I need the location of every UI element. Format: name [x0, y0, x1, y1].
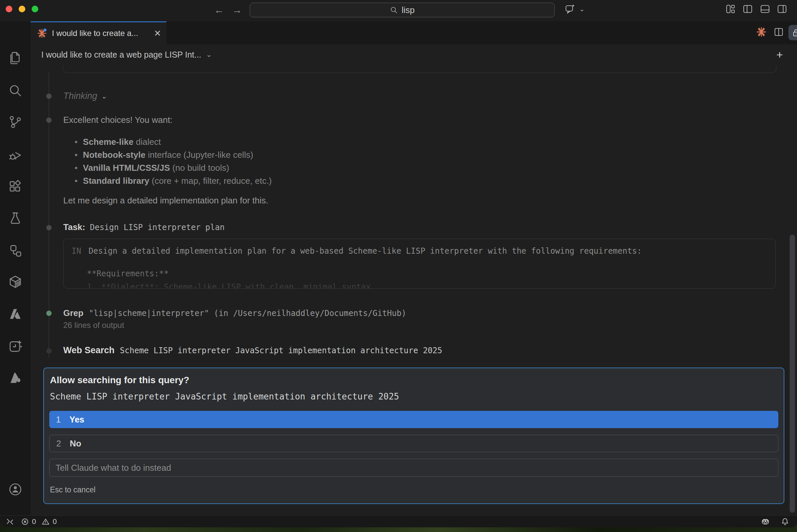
prompt-line-3: 1. **Dialect**: Scheme-like LISP with cl… — [87, 282, 371, 289]
tool-success-dot — [46, 310, 52, 316]
feedback-input[interactable] — [49, 459, 778, 477]
search-icon — [390, 6, 398, 14]
prompt-line-1: Design a detailed implementation plan fo… — [89, 246, 642, 256]
bullet-icon: • — [75, 176, 78, 186]
remote-indicator[interactable] — [5, 517, 15, 526]
grep-args: "lisp|scheme|interpreter" (in /Users/nei… — [89, 309, 406, 318]
layout-grid-icon — [725, 3, 736, 15]
bullet-icon: • — [75, 137, 78, 147]
list-item: • Notebook-style interface (Jupyter-like… — [75, 150, 253, 160]
sidebar-item-references[interactable] — [6, 241, 25, 260]
copilot-chat-dropdown[interactable]: ⌄ — [578, 3, 586, 15]
option-yes[interactable]: 1 Yes — [49, 411, 778, 428]
titlebar: ← → lisp ⌄ — [0, 0, 797, 22]
sidebar-item-azure[interactable] — [6, 305, 25, 323]
history-forward-button[interactable]: → — [230, 3, 244, 17]
bullet-rest: dialect — [133, 137, 161, 147]
traffic-light-close-button[interactable] — [6, 6, 12, 12]
vscode-window: ← → lisp ⌄ — [0, 0, 797, 527]
traffic-light-zoom-button[interactable] — [32, 6, 38, 12]
command-center-search[interactable]: lisp — [250, 3, 555, 17]
history-back-button[interactable]: ← — [212, 3, 226, 17]
customize-layout-button[interactable] — [724, 3, 736, 15]
toggle-secondary-sidebar-button[interactable] — [776, 3, 788, 15]
account-icon — [8, 482, 23, 497]
problems-indicator[interactable]: 0 0 — [21, 517, 57, 526]
sidebar-item-accounts[interactable] — [6, 480, 25, 499]
toggle-panel-button[interactable] — [759, 3, 771, 15]
step-dot — [46, 94, 52, 99]
traffic-light-minimize-button[interactable] — [19, 6, 25, 12]
grep-output-summary[interactable]: 26 lines of output — [63, 321, 124, 330]
option-label: Yes — [69, 415, 84, 425]
sidebar-item-source-control[interactable] — [6, 113, 25, 131]
task-prompt-box[interactable]: IN Design a detailed implementation plan… — [63, 239, 776, 289]
escape-hint: Esc to cancel — [50, 486, 96, 494]
notifications-button[interactable] — [780, 517, 790, 526]
session-header: I would like to create a web page LISP I… — [31, 44, 797, 65]
web-search-query: Scheme LISP interpreter JavaScript imple… — [120, 346, 442, 355]
warning-count: 0 — [53, 517, 57, 526]
task-name: Design LISP interpreter plan — [90, 223, 225, 232]
grep-tool-row[interactable]: Grep "lisp|scheme|interpreter" (in /User… — [63, 308, 406, 318]
sidebar-item-search[interactable] — [6, 81, 25, 100]
thinking-label: Thinking — [63, 91, 97, 101]
sidebar-item-explorer[interactable] — [6, 49, 25, 67]
beaker-icon — [8, 211, 23, 226]
panel-right-icon — [776, 3, 788, 15]
panel-bottom-icon — [759, 3, 771, 15]
copilot-icon — [760, 517, 771, 527]
container-box-icon — [8, 274, 23, 290]
claude-panel-button[interactable] — [755, 26, 767, 38]
option-no[interactable]: 2 No — [49, 435, 778, 452]
bullet-bold: Notebook-style — [83, 150, 146, 160]
list-item: • Scheme-like dialect — [75, 137, 161, 147]
option-label: No — [70, 438, 81, 449]
bullet-rest: interface (Jupyter-like cells) — [146, 150, 253, 160]
new-session-button[interactable]: + — [774, 49, 786, 61]
tab-claude-session[interactable]: I would like to create a... ✕ — [31, 21, 167, 44]
bullet-bold: Scheme-like — [83, 137, 133, 147]
sidebar-item-extensions[interactable] — [6, 177, 25, 196]
debug-icon — [8, 148, 23, 163]
linked-nodes-icon — [8, 243, 23, 258]
chevron-down-icon: ⌄ — [101, 92, 107, 100]
editor-lock-button[interactable] — [788, 25, 797, 40]
extensions-icon — [8, 179, 23, 194]
sidebar-item-run-debug[interactable] — [6, 146, 25, 165]
permission-dialog: Allow searching for this query? Scheme L… — [43, 367, 784, 504]
sidebar-item-testing[interactable] — [6, 209, 25, 228]
copilot-status-button[interactable] — [760, 517, 771, 527]
step-dot — [46, 117, 52, 123]
assistant-message: Excellent choices! You want: — [63, 115, 172, 125]
session-title-dropdown[interactable]: I would like to create a web page LISP I… — [41, 44, 212, 65]
prompt-line-2: **Requirements:** — [87, 269, 169, 278]
source-control-icon — [8, 114, 23, 130]
split-editor-button[interactable] — [773, 26, 785, 38]
list-item: • Vanilla HTML/CSS/JS (no build tools) — [75, 163, 229, 173]
scrollbar-thumb[interactable] — [790, 235, 795, 513]
list-item: • Standard library (core + map, filter, … — [75, 176, 272, 186]
claude-icon — [37, 28, 47, 39]
warning-icon — [41, 517, 50, 526]
previous-block-edge — [62, 65, 776, 73]
thinking-toggle[interactable]: Thinking ⌄ — [63, 91, 107, 101]
copilot-chat-button[interactable] — [564, 3, 576, 15]
assistant-message: Let me design a detailed implementation … — [63, 195, 268, 206]
task-label: Task: — [63, 222, 85, 232]
files-icon — [8, 50, 23, 65]
sidebar-item-containers[interactable] — [6, 273, 25, 291]
task-row: Task: Design LISP interpreter plan — [63, 222, 225, 232]
remote-icon — [5, 517, 15, 526]
session-title: I would like to create a web page LISP I… — [41, 50, 201, 60]
step-dot — [46, 225, 52, 230]
sidebar-item-remote-sparkle[interactable] — [6, 337, 25, 356]
sidebar-item-ai-tool[interactable] — [6, 368, 25, 387]
sparkle-panel-icon — [8, 339, 23, 354]
web-search-row: Web Search Scheme LISP interpreter JavaS… — [63, 345, 442, 356]
toggle-primary-sidebar-button[interactable] — [742, 3, 754, 15]
panel-left-icon — [742, 3, 753, 15]
close-icon[interactable]: ✕ — [154, 28, 161, 39]
status-bar: 0 0 — [0, 515, 797, 527]
bullet-bold: Vanilla HTML/CSS/JS — [83, 163, 170, 173]
